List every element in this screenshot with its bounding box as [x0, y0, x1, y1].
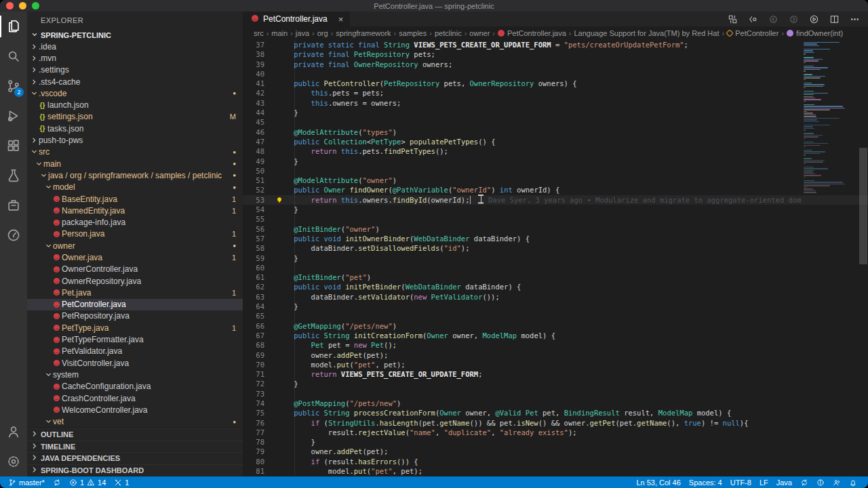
maximize-window-button[interactable] — [32, 2, 39, 9]
breadcrumb-item[interactable]: springframework — [336, 29, 391, 37]
code-line-79[interactable]: 79 owner.addPet(pet); — [243, 447, 868, 456]
code-line-78[interactable]: 78 } — [243, 437, 868, 447]
split-editor-icon[interactable] — [829, 14, 840, 24]
tree-item-pet-java[interactable]: Pet.java1 — [27, 287, 243, 298]
code-line-73[interactable]: 73 — [243, 389, 868, 399]
breadcrumb-item[interactable]: java — [296, 29, 309, 37]
code-line-75[interactable]: 75 public String processCreationForm(Own… — [243, 408, 868, 418]
next-change-icon[interactable] — [789, 14, 799, 24]
code-line-55[interactable]: 55 — [243, 214, 868, 224]
tab-petcontroller[interactable]: PetController.java × — [243, 12, 350, 26]
status-java-status[interactable] — [812, 479, 829, 487]
breadcrumb-item[interactable]: PetController — [727, 29, 778, 37]
tree-item-person-java[interactable]: Person.java1 — [27, 228, 243, 240]
tree-item-system[interactable]: system — [27, 369, 243, 380]
code-line-52[interactable]: 52 public Owner findOwner(@PathVariable(… — [243, 185, 868, 195]
tree-item-src[interactable]: src● — [27, 146, 243, 158]
java-projects-icon[interactable] — [0, 220, 27, 250]
breadcrumb-item[interactable]: src — [254, 29, 264, 37]
compare-changes-icon[interactable] — [728, 14, 738, 24]
tree-item-push-to-pws[interactable]: push-to-pws — [27, 134, 243, 146]
source-control-icon[interactable]: 2 — [0, 71, 27, 101]
code-line-49[interactable]: 49 } — [243, 157, 868, 166]
run-debug-icon[interactable] — [0, 101, 27, 131]
section-java-dependencies[interactable]: JAVA DEPENDENCIES — [27, 452, 243, 464]
breadcrumb-item[interactable]: main — [271, 29, 288, 37]
open-changes-icon[interactable] — [748, 14, 758, 24]
previous-change-icon[interactable] — [768, 14, 778, 24]
settings-icon[interactable] — [0, 447, 27, 476]
status-notifications[interactable] — [845, 479, 861, 487]
code-line-57[interactable]: 57 public void initOwnerBinder(WebDataBi… — [243, 234, 868, 243]
code-line-80[interactable]: 80 if (result.hasErrors()) { — [243, 457, 868, 466]
code-line-46[interactable]: 46 @ModelAttribute("types") — [243, 127, 868, 137]
code-line-53[interactable]: 53 return this.owners.findById(ownerId);… — [243, 195, 868, 205]
code-line-42[interactable]: 42 this.pets = pets; — [243, 88, 868, 98]
close-window-button[interactable] — [6, 2, 14, 9]
code-line-74[interactable]: 74 @PostMapping("/pets/new") — [243, 399, 868, 408]
status-feedback[interactable] — [829, 479, 845, 487]
section-outline[interactable]: OUTLINE — [27, 428, 243, 441]
code-line-69[interactable]: 69 owner.addPet(pet); — [243, 350, 868, 360]
code-line-59[interactable]: 59 } — [243, 253, 868, 263]
code-line-63[interactable]: 63 dataBinder.setValidator(new PetValida… — [243, 292, 868, 302]
code-line-61[interactable]: 61 @InitBinder("pet") — [243, 272, 868, 282]
accounts-icon[interactable] — [0, 417, 27, 447]
section-timeline[interactable]: TIMELINE — [27, 441, 243, 453]
code-line-64[interactable]: 64 } — [243, 302, 868, 311]
tree-item-namedentity-java[interactable]: NamedEntity.java1 — [27, 205, 243, 216]
tree-item--mvn[interactable]: .mvn — [27, 52, 243, 64]
breadcrumb-item[interactable]: findOwner(int) — [787, 29, 843, 37]
code-line-47[interactable]: 47 public Collection<PetType> populatePe… — [243, 137, 868, 146]
status-encoding[interactable]: UTF-8 — [726, 479, 755, 487]
tree-item-main[interactable]: main● — [27, 158, 243, 169]
status-cursor-position[interactable]: Ln 53, Col 46 — [632, 479, 684, 487]
breadcrumb-item[interactable]: samples — [399, 29, 427, 37]
status-sync[interactable] — [49, 479, 65, 487]
tree-item-welcomecontroller-java[interactable]: WelcomeController.java — [27, 404, 243, 415]
status-indentation[interactable]: Spaces: 4 — [685, 479, 726, 487]
tree-item--idea[interactable]: .idea — [27, 41, 243, 52]
status-tools[interactable]: 1 — [110, 479, 133, 487]
more-actions-icon[interactable] — [850, 14, 860, 24]
tree-item-owner[interactable]: owner● — [27, 240, 243, 251]
status-eol[interactable]: LF — [755, 479, 772, 487]
tree-item--sts4-cache[interactable]: .sts4-cache — [27, 76, 243, 87]
code-line-81[interactable]: 81 model.put("pet", pet); — [243, 466, 868, 476]
status-language-mode[interactable]: Java — [772, 479, 796, 487]
tree-item-ownerrepository-java[interactable]: OwnerRepository.java — [27, 275, 243, 287]
code-line-48[interactable]: 48 return this.pets.findPetTypes(); — [243, 146, 868, 156]
code-editor[interactable]: 37 private static final String VIEWS_PET… — [243, 40, 868, 476]
tree-item--settings[interactable]: .settings — [27, 64, 243, 76]
breadcrumb-item[interactable]: petclinic — [435, 29, 462, 37]
code-line-60[interactable]: 60 — [243, 263, 868, 272]
code-line-67[interactable]: 67 public String initCreationForm(Owner … — [243, 331, 868, 340]
tree-item-model[interactable]: model● — [27, 182, 243, 193]
tree-item-owner-java[interactable]: Owner.java1 — [27, 251, 243, 263]
tree-item-tasks-json[interactable]: {}tasks.json — [27, 123, 243, 134]
tree-item-pettypeformatter-java[interactable]: PetTypeFormatter.java — [27, 333, 243, 345]
code-line-56[interactable]: 56 @InitBinder("owner") — [243, 224, 868, 234]
code-line-41[interactable]: 41 public PetController(PetRepository pe… — [243, 79, 868, 88]
code-line-39[interactable]: 39 private final OwnerRepository owners; — [243, 60, 868, 69]
explorer-icon[interactable] — [0, 12, 27, 41]
editor-scrollbar-thumb[interactable] — [859, 148, 867, 264]
tree-item-settings-json[interactable]: {}settings.jsonM — [27, 111, 243, 123]
code-line-70[interactable]: 70 model.put("pet", pet); — [243, 360, 868, 369]
status-problems[interactable]: 114 — [65, 479, 110, 487]
tree-item--vscode[interactable]: .vscode● — [27, 87, 243, 99]
status-java-sync[interactable] — [796, 479, 812, 487]
tree-item-petcontroller-java[interactable]: PetController.java — [27, 299, 243, 310]
tree-item-petrepository-java[interactable]: PetRepository.java — [27, 310, 243, 322]
tree-item-visitcontroller-java[interactable]: VisitController.java — [27, 357, 243, 369]
close-tab-icon[interactable]: × — [338, 14, 344, 24]
code-line-66[interactable]: 66 @GetMapping("/pets/new") — [243, 321, 868, 331]
code-line-37[interactable]: 37 private static final String VIEWS_PET… — [243, 40, 868, 49]
code-line-40[interactable]: 40 — [243, 69, 868, 79]
tree-item-baseentity-java[interactable]: BaseEntity.java1 — [27, 193, 243, 205]
tree-item-petvalidator-java[interactable]: PetValidator.java — [27, 346, 243, 357]
search-icon[interactable] — [0, 41, 27, 71]
code-line-38[interactable]: 38 private final PetRepository pets; — [243, 49, 868, 59]
tree-item-java-org-springframework-samples-petclinic[interactable]: java / org / springframework / samples /… — [27, 169, 243, 181]
testing-icon[interactable] — [0, 161, 27, 190]
